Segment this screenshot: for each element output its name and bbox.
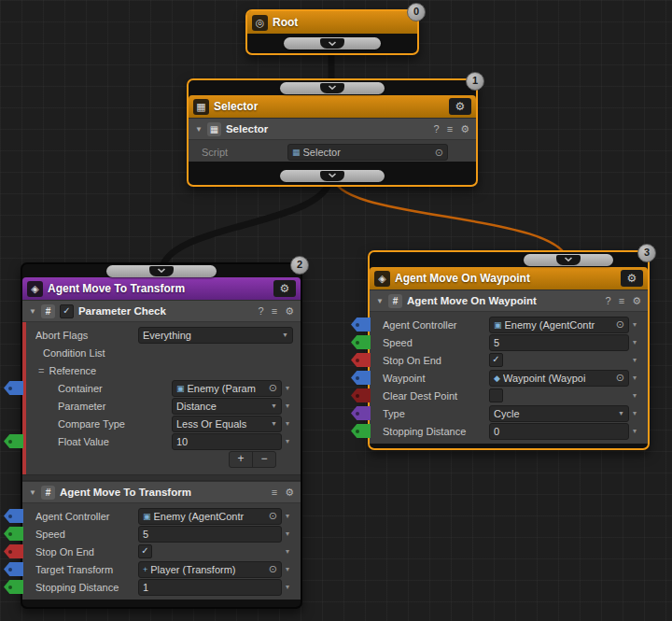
variable-dropdown-icon[interactable]: ▾ — [629, 427, 640, 435]
node-bottom-edge — [22, 600, 301, 607]
waypoint-object-field[interactable]: ◆ Waypoint (Waypoi ⊙ — [489, 370, 629, 387]
move-to-transform-section-header[interactable]: ▼ # Agent Move To Transform ≡ ⚙ — [22, 481, 301, 503]
agent-controller-object-field[interactable]: ▣ Enemy (AgentContr ⊙ — [489, 317, 629, 333]
node-selector[interactable]: 1 ▦ Selector ⚙ ▼ ▦ Selector ? ≡ ⚙ Scr — [187, 78, 478, 187]
stop-on-end-row: Stop On End ✓ ▾ — [383, 352, 640, 368]
help-icon[interactable]: ? — [434, 123, 440, 134]
variable-dropdown-icon[interactable]: ▾ — [282, 512, 293, 520]
field-label: Compare Type — [58, 418, 172, 430]
parameter-dropdown[interactable]: Distance ▼ — [172, 398, 282, 415]
field-label: Speed — [383, 337, 489, 348]
foldout-triangle-icon[interactable]: ▼ — [376, 297, 384, 305]
variable-dropdown-icon[interactable]: ▾ — [282, 529, 293, 538]
object-picker-icon[interactable]: ⊙ — [616, 318, 624, 331]
node-gear-button[interactable]: ⚙ — [273, 280, 296, 297]
stopping-distance-input[interactable]: 0 — [489, 423, 629, 440]
remove-condition-button[interactable]: − — [252, 452, 275, 467]
help-icon[interactable]: ? — [259, 305, 264, 317]
stop-on-end-checkbox[interactable]: ✓ — [489, 353, 503, 367]
stop-on-end-checkbox[interactable]: ✓ — [138, 544, 152, 558]
abort-flags-dropdown[interactable]: Everything ▼ — [138, 327, 293, 344]
float-value-input[interactable]: 10 — [172, 433, 282, 450]
compare-type-row: Compare Type Less Or Equals ▼ ▾ — [58, 416, 293, 431]
move-to-transform-body: Agent Controller ▣ Enemy (AgentContr ⊙ ▾… — [22, 503, 301, 600]
child-connector-port[interactable] — [280, 170, 385, 182]
preset-icon[interactable]: ≡ — [272, 487, 277, 498]
variable-dropdown-icon[interactable]: ▾ — [282, 402, 293, 410]
variable-dropdown-icon[interactable]: ▾ — [629, 356, 640, 364]
variable-dropdown-icon[interactable]: ▾ — [282, 547, 293, 556]
speed-row: Speed 5 ▾ — [383, 334, 640, 350]
move-to-transform-node-header[interactable]: ◈ Agent Move To Transform ⚙ — [22, 277, 301, 300]
reorder-icon[interactable]: = — [38, 365, 44, 376]
task-enabled-checkbox[interactable]: ✓ — [60, 304, 74, 318]
node-root[interactable]: 0 ◎ Root — [245, 9, 419, 55]
move-on-waypoint-section-header[interactable]: ▼ # Agent Move On Waypoint ? ≡ ⚙ — [370, 289, 648, 312]
variable-dropdown-icon[interactable]: ▾ — [282, 565, 293, 573]
compare-type-dropdown[interactable]: Less Or Equals ▼ — [172, 416, 282, 432]
variable-dropdown-icon[interactable]: ▾ — [629, 374, 640, 382]
parameter-check-body: Abort Flags Everything ▼ Condition List … — [22, 322, 301, 474]
foldout-triangle-icon[interactable]: ▼ — [29, 307, 36, 316]
node-gear-button[interactable]: ⚙ — [621, 270, 643, 287]
preset-icon[interactable]: ≡ — [272, 305, 277, 317]
object-picker-icon[interactable]: ⊙ — [269, 510, 277, 522]
container-object-field[interactable]: ▣ Enemy (Param ⊙ — [172, 380, 282, 397]
object-icon: ▣ — [143, 512, 151, 521]
reference-row[interactable]: = Reference — [35, 362, 293, 378]
target-transform-object-field[interactable]: + Player (Transform) ⊙ — [138, 561, 282, 578]
foldout-triangle-icon[interactable]: ▼ — [195, 125, 203, 134]
object-picker-icon[interactable]: ⊙ — [269, 563, 277, 575]
variable-dropdown-icon[interactable]: ▾ — [282, 437, 293, 445]
behavior-tree-canvas[interactable]: 0 ◎ Root 1 ▦ Selector ⚙ — [0, 0, 672, 621]
parent-connector-port[interactable] — [280, 82, 385, 94]
gear-icon[interactable]: ⚙ — [460, 123, 469, 135]
connector-chevron-icon — [320, 38, 344, 49]
gear-icon[interactable]: ⚙ — [285, 487, 294, 499]
field-label: Parameter — [58, 401, 172, 412]
variable-dropdown-icon[interactable]: ▾ — [282, 583, 293, 591]
object-picker-icon[interactable]: ⊙ — [616, 372, 624, 384]
selector-node-header[interactable]: ▦ Selector ⚙ — [189, 95, 476, 118]
help-icon[interactable]: ? — [606, 295, 611, 306]
variable-dropdown-icon[interactable]: ▾ — [282, 384, 293, 392]
parent-connector-port[interactable] — [524, 254, 613, 266]
root-node-header[interactable]: ◎ Root — [247, 11, 417, 34]
add-condition-button[interactable]: + — [230, 452, 252, 467]
variable-dropdown-icon[interactable]: ▾ — [629, 391, 640, 400]
transform-icon: + — [143, 565, 147, 574]
foldout-triangle-icon[interactable]: ▼ — [29, 488, 36, 497]
node-agent-move-to-transform[interactable]: 2 ◈ Agent Move To Transform ⚙ ▼ # ✓ Para… — [21, 262, 302, 609]
script-value: Selector — [303, 147, 432, 158]
preset-icon[interactable]: ≡ — [447, 123, 453, 134]
variable-dropdown-icon[interactable]: ▾ — [282, 419, 293, 428]
child-connector-port[interactable] — [284, 37, 381, 49]
object-picker-icon[interactable]: ⊙ — [269, 382, 277, 394]
variable-dropdown-icon[interactable]: ▾ — [629, 338, 640, 346]
field-label: Stopping Distance — [383, 426, 489, 437]
gear-icon[interactable]: ⚙ — [285, 305, 294, 318]
stopping-distance-input[interactable]: 1 — [138, 579, 282, 596]
node-agent-move-on-waypoint[interactable]: 3 ◈ Agent Move On Waypoint ⚙ ▼ # Agent M… — [368, 250, 650, 450]
gear-icon[interactable]: ⚙ — [632, 295, 641, 307]
variable-dropdown-icon[interactable]: ▾ — [629, 320, 640, 329]
field-label: Stop On End — [383, 355, 489, 366]
field-label: Float Value — [58, 436, 172, 447]
preset-icon[interactable]: ≡ — [619, 295, 624, 306]
node-index-badge: 2 — [290, 256, 309, 275]
clear-dest-point-checkbox[interactable] — [489, 388, 503, 402]
container-row: Container ▣ Enemy (Param ⊙ ▾ — [58, 380, 293, 396]
abort-flags-row: Abort Flags Everything ▼ — [35, 327, 293, 343]
parameter-check-section-header[interactable]: ▼ # ✓ Parameter Check ? ≡ ⚙ — [22, 300, 301, 322]
speed-input[interactable]: 5 — [138, 526, 282, 543]
speed-input[interactable]: 5 — [489, 334, 629, 351]
connector-chevron-icon — [320, 171, 344, 181]
type-dropdown[interactable]: Cycle ▼ — [489, 405, 629, 422]
node-gear-button[interactable]: ⚙ — [449, 98, 471, 115]
selector-section-header[interactable]: ▼ ▦ Selector ? ≡ ⚙ — [189, 118, 476, 140]
move-on-waypoint-node-header[interactable]: ◈ Agent Move On Waypoint ⚙ — [370, 267, 648, 289]
node-index-badge: 3 — [637, 244, 656, 262]
parent-connector-port[interactable] — [106, 265, 217, 277]
variable-dropdown-icon[interactable]: ▾ — [629, 409, 640, 417]
agent-controller-object-field[interactable]: ▣ Enemy (AgentContr ⊙ — [138, 508, 282, 525]
